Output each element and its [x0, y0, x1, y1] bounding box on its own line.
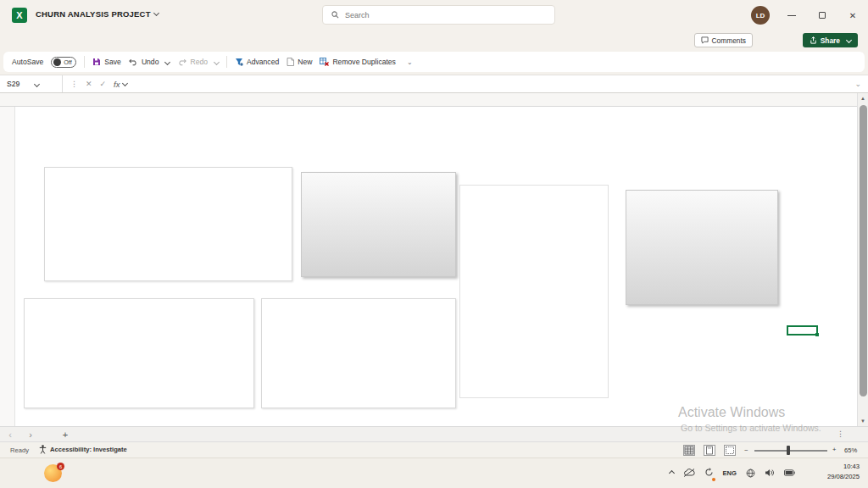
ribbon-options-icon[interactable]: ⌄ [407, 58, 413, 66]
chevron-down-icon [153, 10, 159, 16]
sheet-next-icon[interactable]: › [20, 427, 41, 441]
sync-badge [712, 478, 715, 481]
comments-button[interactable]: Comments [694, 33, 754, 47]
weather-widget[interactable]: 6 [44, 464, 62, 482]
remove-duplicates-label: Remove Duplicates [332, 58, 396, 66]
redo-button[interactable]: Redo [177, 58, 219, 66]
activate-windows-watermark: Activate Windows [678, 405, 785, 420]
autosave-toggle[interactable]: Off [51, 57, 76, 68]
maximize-button[interactable] [807, 0, 837, 30]
quick-toolbar: AutoSave Off Save Undo Redo Advanced New [0, 51, 868, 75]
sync-icon[interactable] [704, 465, 714, 480]
status-ready: Ready [10, 446, 29, 454]
spacer [41, 427, 53, 441]
normal-view-button[interactable] [683, 445, 695, 456]
comments-label: Comments [712, 36, 747, 45]
chart-competitor-churn[interactable] [301, 172, 456, 277]
confirm-icon[interactable]: ✓ [100, 80, 107, 88]
new-file-icon [287, 58, 294, 66]
chart-churn-reasons[interactable] [44, 167, 292, 281]
status-bar: Ready Accessibility: Investigate − + 65% [0, 441, 868, 458]
clock[interactable]: 10:43 29/08/2025 [827, 462, 860, 482]
autosave-label: AutoSave [12, 58, 43, 66]
scroll-down-icon[interactable]: ▼ [860, 416, 865, 426]
chevron-down-icon [34, 80, 40, 86]
add-sheet-button[interactable]: + [53, 427, 78, 441]
network-icon[interactable] [746, 469, 755, 478]
chart-age-group[interactable] [261, 298, 456, 408]
zoom-level[interactable]: 65% [844, 446, 857, 454]
formula-bar: S29 ⋮ ✕ ✓ fx ⌄ [0, 75, 868, 93]
quick-toolbar-inner: AutoSave Off Save Undo Redo Advanced New [3, 52, 865, 72]
spreadsheet-grid[interactable]: ▲ ▼ [0, 93, 868, 426]
new-label: New [298, 58, 312, 66]
column-headers[interactable] [0, 93, 868, 107]
volume-icon[interactable] [765, 469, 775, 477]
vertical-scrollbar[interactable]: ▲ ▼ [857, 93, 868, 426]
new-button[interactable]: New [287, 58, 312, 66]
divider [84, 56, 85, 68]
sheet-prev-icon[interactable]: ‹ [0, 427, 20, 441]
pivot-table[interactable] [459, 185, 609, 398]
chart-consumption-churn[interactable] [24, 298, 254, 408]
system-tray: ENG [666, 465, 795, 480]
advanced-label: Advanced [247, 58, 279, 66]
name-box[interactable]: S29 [0, 75, 63, 92]
cell-reference: S29 [7, 80, 19, 88]
divider [226, 56, 227, 68]
chevron-down-icon [164, 58, 170, 64]
redo-icon [177, 58, 186, 66]
save-label: Save [104, 58, 121, 66]
onedrive-paused-icon[interactable] [683, 469, 695, 477]
fx-label: fx [114, 80, 120, 89]
insert-function-button[interactable]: fx [114, 80, 127, 89]
autosave-state: Off [64, 58, 71, 66]
document-title-text: CHURN ANALYSIS PROJECT [36, 9, 151, 19]
zoom-out-button[interactable]: − [744, 446, 748, 454]
remove-duplicates-button[interactable]: Remove Duplicates [320, 58, 396, 66]
tray-chevron-up-icon[interactable] [668, 469, 674, 475]
sheet-options-icon[interactable]: ⋮ [837, 430, 844, 438]
share-button[interactable]: Share [803, 33, 858, 47]
chart-demographics[interactable] [626, 190, 778, 305]
zoom-in-button[interactable]: + [832, 446, 836, 453]
activate-windows-watermark-sub: Go to Settings to activate Windows. [681, 423, 821, 433]
zoom-slider-knob[interactable] [787, 446, 790, 455]
more-options-icon[interactable]: ⋮ [70, 80, 78, 88]
notification-badge: 6 [57, 463, 64, 470]
selected-cell[interactable] [787, 325, 818, 336]
page-layout-view-button[interactable] [704, 445, 715, 456]
cancel-icon[interactable]: ✕ [86, 80, 92, 88]
accessibility-icon [39, 445, 47, 454]
avatar[interactable]: LD [751, 6, 770, 25]
language-indicator[interactable]: ENG [723, 469, 737, 477]
chevron-down-icon [846, 37, 852, 43]
chevron-down-icon [214, 58, 220, 64]
accessibility-status[interactable]: Accessibility: Investigate [39, 445, 127, 454]
scrollbar-thumb[interactable] [860, 105, 867, 396]
search-input[interactable]: Search [322, 5, 555, 25]
time: 10:43 [827, 462, 860, 472]
zoom-slider[interactable] [754, 450, 827, 452]
remove-duplicates-icon [320, 58, 329, 66]
toggle-knob-icon [53, 58, 61, 66]
undo-icon [129, 58, 138, 66]
title-bar: X CHURN ANALYSIS PROJECT Search LD ✕ [0, 0, 868, 30]
page-break-view-button[interactable] [724, 445, 736, 456]
battery-icon[interactable] [784, 469, 795, 476]
accessibility-label: Accessibility: Investigate [50, 446, 127, 453]
search-placeholder: Search [345, 11, 370, 19]
undo-button[interactable]: Undo [129, 58, 170, 66]
scroll-up-icon[interactable]: ▲ [860, 93, 865, 103]
chevron-down-icon [122, 80, 128, 86]
save-button[interactable]: Save [92, 58, 121, 66]
minimize-button[interactable] [776, 0, 807, 30]
row-headers[interactable] [0, 107, 15, 426]
summary-cards [42, 120, 281, 151]
close-button[interactable]: ✕ [837, 0, 868, 30]
expand-formula-bar-icon[interactable]: ⌄ [854, 80, 861, 88]
undo-label: Undo [142, 58, 159, 66]
advanced-filter-button[interactable]: Advanced [235, 58, 279, 66]
formula-input[interactable] [136, 75, 847, 92]
document-title[interactable]: CHURN ANALYSIS PROJECT [36, 9, 159, 19]
